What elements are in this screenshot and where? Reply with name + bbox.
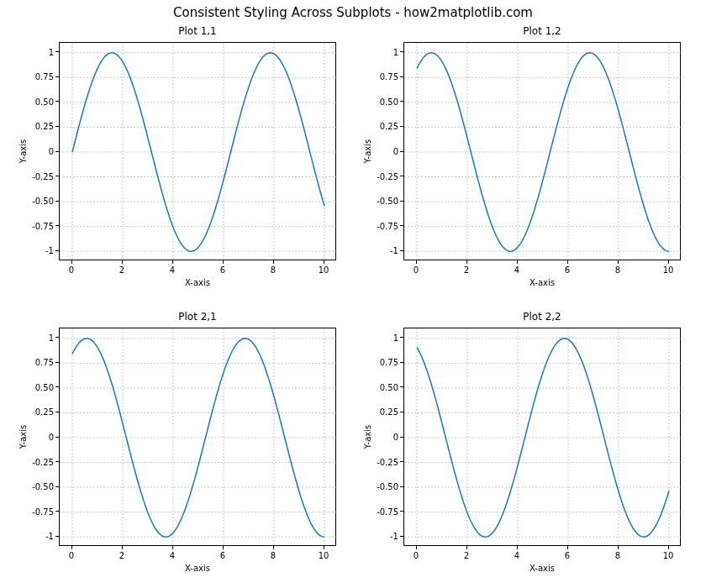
x-tick — [466, 260, 467, 264]
y-axis-label: Y-axis — [363, 138, 372, 165]
plot-svg — [60, 328, 337, 547]
x-tick — [122, 260, 123, 264]
x-tick — [618, 546, 619, 549]
y-axis-label: Y-axis — [363, 423, 372, 450]
x-tick — [324, 546, 324, 549]
plot-svg — [404, 43, 682, 261]
y-tick-label: 0.25 — [373, 122, 398, 131]
y-tick — [55, 437, 59, 438]
y-tick — [400, 386, 403, 387]
y-tick — [55, 76, 59, 77]
y-tick-label: 1 — [373, 333, 398, 342]
y-tick — [55, 126, 59, 127]
y-tick — [55, 176, 59, 176]
x-tick — [122, 546, 123, 549]
y-tick — [55, 486, 59, 487]
x-tick — [71, 546, 72, 549]
y-tick — [55, 337, 59, 338]
y-tick — [400, 437, 403, 438]
y-tick — [55, 511, 59, 512]
x-tick — [172, 260, 173, 264]
x-tick-label: 6 — [220, 265, 225, 275]
y-tick — [400, 51, 403, 52]
y-tick — [55, 51, 59, 52]
y-tick — [400, 461, 403, 462]
y-tick-label: 0.75 — [373, 358, 398, 367]
y-tick-label: -0.75 — [373, 221, 398, 230]
x-tick — [416, 546, 417, 549]
x-tick — [517, 260, 518, 264]
subplot-1-1: Plot 1,1 X-axis Y-axis 0246810-1-0.75-0.… — [59, 42, 336, 260]
x-tick — [466, 546, 467, 549]
plot-area — [59, 42, 336, 260]
x-tick-label: 10 — [319, 265, 329, 275]
x-tick-label: 6 — [565, 265, 570, 275]
x-tick-label: 4 — [170, 265, 175, 275]
y-tick — [400, 250, 403, 251]
subplot-1-2: Plot 1,2 X-axis Y-axis 0246810-1-0.75-0.… — [403, 42, 681, 260]
y-tick-label: 1 — [29, 333, 54, 342]
y-tick-label: 1 — [29, 47, 54, 56]
y-tick — [400, 76, 403, 77]
x-tick-label: 8 — [271, 265, 276, 275]
x-tick — [223, 260, 224, 264]
y-tick-label: 0.50 — [373, 97, 398, 106]
x-tick — [273, 260, 274, 264]
y-tick-label: -1 — [29, 246, 54, 255]
y-tick-label: 0.75 — [373, 72, 398, 81]
x-tick-label: 0 — [69, 265, 74, 275]
y-tick-label: -0.50 — [373, 482, 398, 491]
y-tick-label: -1 — [373, 246, 398, 255]
y-tick — [400, 362, 403, 363]
x-tick — [567, 260, 568, 264]
y-tick-label: -0.50 — [373, 197, 398, 206]
x-tick-label: 2 — [119, 551, 124, 560]
x-tick — [223, 546, 224, 549]
y-tick — [55, 461, 59, 462]
y-tick-label: -0.75 — [29, 507, 54, 516]
y-tick-label: 0.25 — [29, 122, 54, 131]
x-tick-label: 2 — [119, 265, 124, 275]
subplot-title: Plot 1,1 — [59, 25, 336, 37]
y-tick-label: 0.25 — [373, 407, 398, 417]
y-tick-label: 0 — [373, 433, 398, 442]
y-tick — [55, 250, 59, 251]
x-tick — [517, 546, 518, 549]
x-axis-label: X-axis — [403, 564, 681, 573]
x-tick-label: 0 — [69, 551, 74, 560]
y-tick — [55, 536, 59, 537]
y-tick-label: -1 — [29, 532, 54, 541]
y-tick-label: -0.75 — [29, 221, 54, 230]
x-tick-label: 8 — [615, 551, 620, 560]
x-tick-label: 0 — [414, 265, 419, 275]
x-tick — [567, 546, 568, 549]
figure-suptitle: Consistent Styling Across Subplots - how… — [0, 5, 706, 20]
y-axis-label: Y-axis — [18, 138, 28, 165]
x-tick-label: 6 — [565, 551, 570, 560]
x-tick — [273, 546, 274, 549]
x-axis-label: X-axis — [403, 278, 681, 287]
y-tick — [400, 101, 403, 102]
y-tick-label: 0.75 — [29, 358, 54, 367]
plot-area — [59, 328, 336, 546]
subplot-title: Plot 1,2 — [403, 25, 681, 37]
y-tick-label: 1 — [373, 47, 398, 56]
y-tick-label: 0 — [29, 433, 54, 442]
subplot-title: Plot 2,1 — [59, 311, 336, 323]
y-tick — [400, 201, 403, 202]
y-tick — [400, 225, 403, 226]
x-tick-label: 10 — [663, 551, 674, 560]
y-tick — [400, 126, 403, 127]
y-tick-label: -0.25 — [373, 171, 398, 181]
x-tick — [618, 260, 619, 264]
subplot-2-2: Plot 2,2 X-axis Y-axis 0246810-1-0.75-0.… — [403, 328, 681, 546]
x-tick-label: 10 — [319, 551, 329, 560]
y-tick-label: -0.50 — [29, 482, 54, 491]
x-tick-label: 6 — [220, 551, 225, 560]
x-tick-label: 2 — [464, 551, 469, 560]
y-tick — [400, 151, 403, 152]
y-tick — [400, 486, 403, 487]
y-axis-label: Y-axis — [18, 423, 28, 450]
x-tick — [172, 546, 173, 549]
y-tick — [400, 337, 403, 338]
